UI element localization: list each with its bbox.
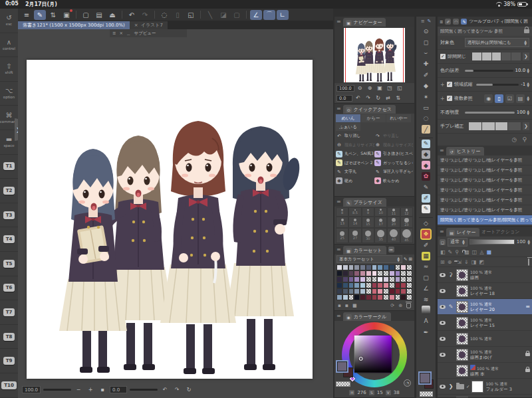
line-grayed-icon[interactable]: ╲ <box>204 10 216 20</box>
color-swatch[interactable] <box>389 270 395 276</box>
color-swatch[interactable] <box>360 264 366 270</box>
layer-thumbnail[interactable] <box>456 285 468 297</box>
edge-key-t4[interactable]: T4 <box>0 227 18 252</box>
zoom-tool-icon[interactable]: ⊙ <box>416 26 436 37</box>
transparent-swatch[interactable] <box>366 288 372 294</box>
reset-view-button[interactable]: ↻ <box>184 386 194 393</box>
layer-menu-icon[interactable]: ≡ <box>525 304 530 310</box>
nav-flip-vertical-button[interactable]: ⇅ <box>394 94 402 102</box>
color-swatch[interactable] <box>354 270 360 276</box>
stream-line-icon[interactable]: ≋ <box>416 294 436 304</box>
nav-fit-screen-button[interactable]: ◱ <box>396 84 404 92</box>
color-swatch[interactable] <box>372 282 378 288</box>
tab-brush-size[interactable]: ✎ ブラシサイズ <box>343 198 386 207</box>
clip-at-layer-below-icon[interactable]: ◧ <box>440 249 446 255</box>
swatch-medium-icon[interactable]: ◾ <box>345 303 348 308</box>
ruler-icon[interactable]: ⚳ <box>448 272 454 278</box>
auto-select-icon[interactable]: ✶ <box>416 91 436 102</box>
replace-swatch-icon[interactable]: ⟳ <box>390 303 394 308</box>
edge-key-t2[interactable]: T2 <box>0 179 18 203</box>
stepper-icon[interactable]: ▲▼ <box>527 96 529 101</box>
eye-icon[interactable] <box>440 337 446 341</box>
color-swatch[interactable] <box>348 276 354 282</box>
qa-item[interactable]: ⊖現在よりサイズ◯ <box>336 141 374 150</box>
menu-icon[interactable]: ≡ <box>440 19 443 25</box>
menu-icon[interactable]: ≡ <box>440 229 444 235</box>
color-set-dropdown[interactable]: 基本カラーセット ▲▼ <box>336 255 402 263</box>
blend-mode-dropdown[interactable]: 通常 ▲▼ <box>448 238 467 247</box>
edge-key-t7[interactable]: T7 <box>0 300 18 325</box>
color-swatch[interactable] <box>377 276 383 282</box>
edge-key-esc[interactable]: ↺esc <box>0 9 18 33</box>
object-tool-icon[interactable]: ◻ <box>416 37 436 47</box>
history-entry[interactable]: 塗りつぶし/塗りつぶし/他レイヤーを参照 <box>438 195 532 205</box>
zoom-value[interactable]: 100.0 <box>22 386 41 393</box>
qa-item[interactable]: ⊕現在よりサイズ◯ <box>374 141 413 150</box>
edit-set-icon[interactable]: ✎ <box>404 256 407 262</box>
close-icon[interactable]: × <box>119 31 122 36</box>
edge-key-shift[interactable]: ⇧shift <box>0 57 18 82</box>
canvas-area[interactable]: ≡ × ＿ サブビュー 100.0 − + ▪ 0.0 ↶ ↷ ↻ <box>18 29 333 398</box>
create-mask-icon[interactable]: ◨ <box>471 259 477 265</box>
expand-icon[interactable]: ❯ <box>448 383 454 389</box>
edge-key-t8[interactable]: T8 <box>0 325 18 349</box>
qa-tab-めいん[interactable]: めいん <box>336 114 360 122</box>
edge-key-t5[interactable]: T5 <box>0 252 18 276</box>
fit-button[interactable]: ▪ <box>98 386 107 393</box>
edge-key-t1[interactable]: T1 <box>0 155 18 179</box>
transparent-swatch[interactable] <box>383 294 389 300</box>
layer-color-icon[interactable]: ■ <box>486 249 491 255</box>
transparent-swatch[interactable] <box>406 264 412 270</box>
lasso-tool-icon[interactable]: ◌ <box>416 113 436 124</box>
color-swatch[interactable] <box>400 288 406 294</box>
color-swatch[interactable] <box>336 276 342 282</box>
menu-icon[interactable]: ≡ <box>336 106 341 112</box>
layer-thumbnail[interactable] <box>456 333 468 345</box>
refer-selected-layer-icon[interactable]: ☑ <box>505 94 514 103</box>
area-scaling-slider[interactable] <box>476 84 519 86</box>
text-tool-icon[interactable]: A <box>416 316 436 326</box>
blend-icon[interactable]: ≈ <box>416 261 436 272</box>
tab-navigator[interactable]: ▣ ナビゲーター <box>343 18 386 27</box>
layer-thumbnail[interactable] <box>456 397 468 398</box>
qa-item[interactable]: ✎筆圧入り平ざらぺ <box>374 167 413 177</box>
add-color-icon[interactable]: ⊕ <box>398 303 402 308</box>
edge-key-option[interactable]: ⌥option <box>0 82 18 106</box>
open-file-icon[interactable]: ▤ <box>93 10 105 20</box>
color-swatch[interactable] <box>348 264 354 270</box>
color-swatch[interactable] <box>400 282 406 288</box>
qa-item[interactable]: ↷やり直し <box>374 132 413 141</box>
transparent-swatch[interactable] <box>406 288 412 294</box>
transparent-swatch[interactable] <box>366 276 372 282</box>
menu-icon[interactable]: ≡ <box>421 19 425 24</box>
history-entry[interactable]: 塗りつぶし/塗りつぶし/他レイヤーを参照 <box>438 185 532 195</box>
color-swatch[interactable] <box>360 276 366 282</box>
brush-size-11[interactable]: 11 <box>387 207 400 217</box>
operation-pen-icon[interactable]: ✐ <box>416 70 436 80</box>
menu-icon[interactable]: ≡ <box>336 247 341 252</box>
qa-item[interactable]: ✎ガッってなるシャ <box>374 159 413 168</box>
color-swatch[interactable] <box>360 294 366 300</box>
color-set-alt-tab-icon[interactable]: ≔ <box>388 247 394 252</box>
layer-row[interactable]: ⚳100 % 通常線画 <box>438 395 532 397</box>
color-swatch[interactable] <box>354 294 360 300</box>
qa-item[interactable]: ◆軟らかめ <box>374 177 413 186</box>
marquee-tool-icon[interactable]: ▭ <box>416 102 436 113</box>
transparent-color-swatch[interactable] <box>420 391 433 397</box>
qa-item[interactable]: ◆硬め <box>336 177 374 186</box>
color-swatch[interactable] <box>336 294 342 300</box>
plus-icon[interactable]: + <box>440 82 445 88</box>
nav-reset-rotation-button[interactable]: ↻ <box>374 94 382 102</box>
color-swatch[interactable] <box>354 282 360 288</box>
qa-pen-sai-icon[interactable]: ✎ <box>416 138 436 149</box>
color-swatch[interactable] <box>342 270 348 276</box>
transparent-swatch[interactable] <box>395 294 401 300</box>
color-swatch[interactable] <box>342 294 348 300</box>
color-swatch[interactable] <box>377 264 383 270</box>
zoom-out-button[interactable]: − <box>74 386 83 393</box>
rotate-cw-button[interactable]: ↷ <box>172 386 182 393</box>
subview-palette-bar[interactable]: ≡ × ＿ サブビュー <box>110 29 187 37</box>
qa-eraser-hard-icon[interactable]: ◆ <box>416 149 436 159</box>
tab-inactive-document[interactable]: × イラスト7 <box>130 21 168 29</box>
color-swatch[interactable] <box>395 288 401 294</box>
